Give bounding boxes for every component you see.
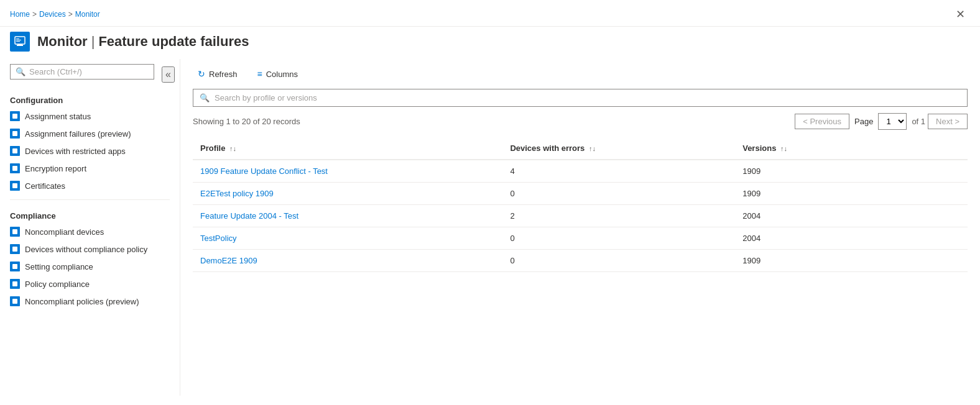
sidebar-item-label: Devices with restricted apps — [25, 147, 126, 156]
sort-icon-devices: ↑↓ — [589, 145, 596, 152]
item-icon — [10, 262, 20, 271]
toolbar: ↻ Refresh ≡ Columns — [193, 66, 968, 81]
sort-icon-versions: ↑↓ — [780, 145, 787, 152]
sidebar-item-label: Policy compliance — [25, 280, 90, 289]
svg-rect-5 — [16, 41, 20, 42]
svg-rect-11 — [12, 229, 17, 234]
sidebar-item-label: Noncompliant policies (preview) — [25, 297, 139, 306]
filter-input[interactable] — [215, 93, 961, 102]
svg-rect-4 — [16, 40, 21, 40]
breadcrumb-home[interactable]: Home — [10, 10, 30, 19]
table-row: 1909 Feature Update Conflict - Test41909 — [193, 160, 968, 183]
section-header-compliance: Compliance — [0, 205, 180, 223]
of-label: of 1 — [912, 117, 925, 126]
cell-devices-with-errors: 0 — [502, 183, 735, 205]
sidebar-item-assignment-status[interactable]: Assignment status — [0, 107, 180, 125]
records-info-bar: Showing 1 to 20 of 20 records < Previous… — [193, 113, 968, 130]
next-button[interactable]: Next > — [928, 114, 968, 129]
item-icon — [10, 111, 20, 121]
svg-rect-3 — [16, 39, 19, 39]
records-summary: Showing 1 to 20 of 20 records — [193, 117, 300, 126]
column-header-profile[interactable]: Profile ↑↓ — [193, 137, 502, 160]
breadcrumb-devices[interactable]: Devices — [39, 10, 66, 19]
columns-label: Columns — [266, 70, 298, 79]
filter-bar: 🔍 — [193, 89, 968, 107]
close-button[interactable]: ✕ — [951, 5, 970, 24]
cell-versions: 1909 — [735, 250, 968, 272]
profile-link[interactable]: E2ETest policy 1909 — [200, 189, 274, 198]
svg-rect-14 — [12, 281, 17, 286]
sidebar-item-label: Setting compliance — [25, 262, 93, 271]
sidebar-item-label: Noncompliant devices — [25, 227, 104, 237]
table-row: E2ETest policy 190901909 — [193, 183, 968, 205]
sidebar-divider — [10, 199, 170, 200]
breadcrumb-monitor[interactable]: Monitor — [75, 10, 100, 19]
sidebar-search-input[interactable] — [29, 67, 149, 76]
svg-rect-13 — [12, 264, 17, 269]
svg-rect-10 — [12, 183, 17, 188]
sidebar-item-certificates[interactable]: Certificates — [0, 177, 180, 194]
sidebar-item-label: Assignment failures (preview) — [25, 129, 131, 139]
sidebar-item-noncompliant-policies[interactable]: Noncompliant policies (preview) — [0, 293, 180, 310]
sidebar-item-label: Encryption report — [25, 164, 86, 173]
sidebar-item-encryption-report[interactable]: Encryption report — [0, 160, 180, 177]
svg-rect-6 — [12, 114, 17, 119]
sidebar-item-label: Assignment status — [25, 112, 91, 121]
cell-versions: 1909 — [735, 183, 968, 205]
refresh-label: Refresh — [209, 70, 238, 79]
table-header-row: Profile ↑↓ Devices with errors ↑↓ Versio… — [193, 137, 968, 160]
data-table: Profile ↑↓ Devices with errors ↑↓ Versio… — [193, 137, 968, 272]
item-icon — [10, 163, 20, 173]
cell-profile: E2ETest policy 1909 — [193, 183, 502, 205]
pagination: < Previous Page 1 of 1 Next > — [795, 113, 968, 130]
svg-rect-12 — [12, 247, 17, 252]
search-icon: 🔍 — [16, 67, 25, 76]
sidebar-item-policy-compliance[interactable]: Policy compliance — [0, 275, 180, 293]
collapse-button[interactable]: « — [162, 66, 175, 83]
item-icon — [10, 296, 20, 306]
column-header-versions[interactable]: Versions ↑↓ — [735, 137, 968, 160]
column-header-devices-with-errors[interactable]: Devices with errors ↑↓ — [502, 137, 735, 160]
cell-versions: 2004 — [735, 205, 968, 227]
cell-devices-with-errors: 0 — [502, 250, 735, 272]
sidebar-item-setting-compliance[interactable]: Setting compliance — [0, 258, 180, 275]
sidebar: 🔍 « Configuration Assignment status Assi… — [0, 59, 180, 396]
sidebar-item-label: Certificates — [25, 181, 65, 191]
cell-versions: 1909 — [735, 160, 968, 183]
item-icon — [10, 181, 20, 191]
content-area: ↻ Refresh ≡ Columns 🔍 Showing 1 to 20 of… — [180, 59, 980, 396]
breadcrumb: Home > Devices > Monitor — [10, 10, 100, 19]
profile-link[interactable]: 1909 Feature Update Conflict - Test — [200, 166, 328, 176]
filter-search-icon: 🔍 — [200, 93, 210, 102]
profile-link[interactable]: DemoE2E 1909 — [200, 256, 257, 265]
page-title: Monitor|Feature update failures — [37, 34, 249, 50]
svg-rect-1 — [17, 45, 23, 46]
sidebar-item-noncompliant-devices[interactable]: Noncompliant devices — [0, 223, 180, 240]
sidebar-item-no-compliance-policy[interactable]: Devices without compliance policy — [0, 240, 180, 258]
sidebar-item-restricted-apps[interactable]: Devices with restricted apps — [0, 142, 180, 160]
item-icon — [10, 244, 20, 254]
cell-profile: 1909 Feature Update Conflict - Test — [193, 160, 502, 183]
section-header-configuration: Configuration — [0, 89, 180, 107]
columns-button[interactable]: ≡ Columns — [252, 66, 303, 81]
table-row: Feature Update 2004 - Test22004 — [193, 205, 968, 227]
svg-rect-8 — [12, 148, 17, 153]
page-label: Page — [854, 117, 873, 126]
sidebar-item-label: Devices without compliance policy — [25, 245, 147, 254]
table-row: TestPolicy02004 — [193, 227, 968, 250]
page-select[interactable]: 1 — [878, 113, 907, 130]
svg-rect-2 — [18, 44, 22, 45]
profile-link[interactable]: Feature Update 2004 - Test — [200, 211, 298, 221]
refresh-button[interactable]: ↻ Refresh — [193, 66, 243, 81]
previous-button[interactable]: < Previous — [795, 114, 849, 129]
svg-rect-9 — [12, 166, 17, 171]
item-icon — [10, 129, 20, 139]
page-icon — [10, 32, 30, 52]
profile-link[interactable]: TestPolicy — [200, 234, 237, 243]
sidebar-item-assignment-failures[interactable]: Assignment failures (preview) — [0, 125, 180, 142]
cell-devices-with-errors: 2 — [502, 205, 735, 227]
item-icon — [10, 279, 20, 289]
svg-rect-15 — [12, 299, 17, 304]
cell-versions: 2004 — [735, 227, 968, 250]
sort-icon-profile: ↑↓ — [229, 145, 236, 152]
